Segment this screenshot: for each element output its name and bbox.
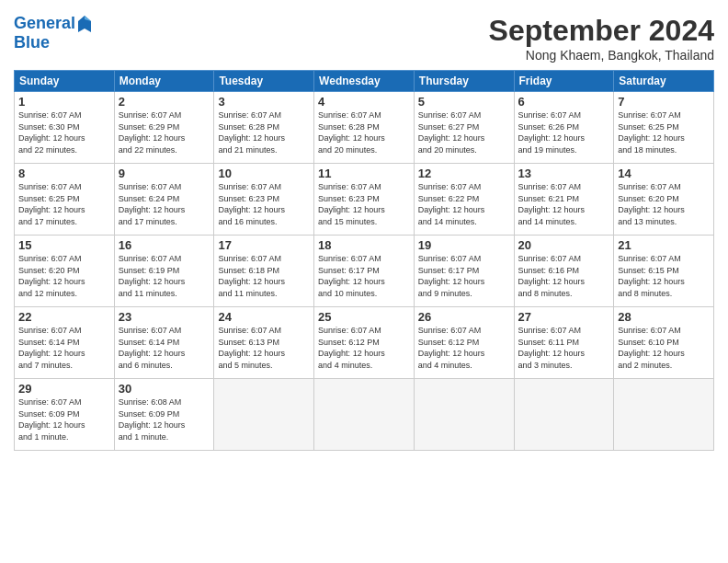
title-area: September 2024 Nong Khaem, Bangkok, Thai… (489, 14, 714, 63)
calendar-cell-12: 12Sunrise: 6:07 AMSunset: 6:22 PMDayligh… (414, 164, 514, 236)
calendar-cell-20: 20Sunrise: 6:07 AMSunset: 6:16 PMDayligh… (514, 236, 614, 307)
calendar-cell-3: 3Sunrise: 6:07 AMSunset: 6:28 PMDaylight… (214, 92, 314, 164)
logo-icon (76, 14, 93, 34)
day-info: Sunrise: 6:07 AMSunset: 6:27 PMDaylight:… (418, 109, 510, 155)
day-info: Sunrise: 6:07 AMSunset: 6:12 PMDaylight:… (318, 325, 410, 371)
calendar-cell-23: 23Sunrise: 6:07 AMSunset: 6:14 PMDayligh… (114, 307, 214, 379)
logo-text: General (14, 15, 75, 33)
day-info: Sunrise: 6:08 AMSunset: 6:09 PMDaylight:… (119, 396, 210, 442)
day-number: 30 (119, 382, 210, 396)
calendar-cell-17: 17Sunrise: 6:07 AMSunset: 6:18 PMDayligh… (214, 236, 314, 307)
calendar-cell-18: 18Sunrise: 6:07 AMSunset: 6:17 PMDayligh… (314, 236, 415, 307)
calendar-cell-7: 7Sunrise: 6:07 AMSunset: 6:25 PMDaylight… (614, 92, 714, 164)
calendar-cell-empty (214, 379, 314, 451)
main-container: General Blue September 2024 Nong Khaem, … (0, 0, 728, 460)
day-number: 17 (218, 238, 310, 252)
day-info: Sunrise: 6:07 AMSunset: 6:28 PMDaylight:… (318, 109, 410, 155)
calendar-cell-empty (614, 379, 714, 451)
calendar-week-2: 8Sunrise: 6:07 AMSunset: 6:25 PMDaylight… (15, 164, 714, 236)
day-info: Sunrise: 6:07 AMSunset: 6:19 PMDaylight:… (119, 253, 210, 299)
calendar-cell-11: 11Sunrise: 6:07 AMSunset: 6:23 PMDayligh… (314, 164, 415, 236)
day-number: 3 (218, 95, 310, 109)
day-number: 28 (618, 310, 710, 324)
calendar-cell-21: 21Sunrise: 6:07 AMSunset: 6:15 PMDayligh… (614, 236, 714, 307)
location: Nong Khaem, Bangkok, Thailand (489, 48, 714, 63)
calendar-cell-27: 27Sunrise: 6:07 AMSunset: 6:11 PMDayligh… (514, 307, 614, 379)
day-info: Sunrise: 6:07 AMSunset: 6:12 PMDaylight:… (418, 325, 510, 371)
header: General Blue September 2024 Nong Khaem, … (14, 14, 714, 63)
calendar-week-1: 1Sunrise: 6:07 AMSunset: 6:30 PMDaylight… (15, 92, 714, 164)
calendar-cell-10: 10Sunrise: 6:07 AMSunset: 6:23 PMDayligh… (214, 164, 314, 236)
calendar-cell-25: 25Sunrise: 6:07 AMSunset: 6:12 PMDayligh… (314, 307, 415, 379)
calendar-week-5: 29Sunrise: 6:07 AMSunset: 6:09 PMDayligh… (15, 379, 714, 451)
calendar-cell-2: 2Sunrise: 6:07 AMSunset: 6:29 PMDaylight… (114, 92, 214, 164)
calendar-week-4: 22Sunrise: 6:07 AMSunset: 6:14 PMDayligh… (15, 307, 714, 379)
calendar-cell-19: 19Sunrise: 6:07 AMSunset: 6:17 PMDayligh… (414, 236, 514, 307)
day-info: Sunrise: 6:07 AMSunset: 6:15 PMDaylight:… (618, 253, 710, 299)
day-info: Sunrise: 6:07 AMSunset: 6:24 PMDaylight:… (119, 181, 210, 227)
day-number: 22 (18, 310, 110, 324)
calendar-cell-15: 15Sunrise: 6:07 AMSunset: 6:20 PMDayligh… (15, 236, 115, 307)
day-info: Sunrise: 6:07 AMSunset: 6:22 PMDaylight:… (418, 181, 510, 227)
calendar-cell-1: 1Sunrise: 6:07 AMSunset: 6:30 PMDaylight… (15, 92, 115, 164)
calendar-cell-empty (414, 379, 514, 451)
day-info: Sunrise: 6:07 AMSunset: 6:16 PMDaylight:… (518, 253, 610, 299)
day-number: 16 (119, 238, 210, 252)
day-number: 6 (518, 95, 610, 109)
calendar-body: 1Sunrise: 6:07 AMSunset: 6:30 PMDaylight… (15, 92, 714, 451)
day-number: 11 (318, 167, 410, 180)
day-number: 18 (318, 238, 410, 252)
calendar-cell-empty (514, 379, 614, 451)
calendar-table: SundayMondayTuesdayWednesdayThursdayFrid… (14, 70, 714, 451)
day-number: 1 (18, 95, 110, 109)
header-cell-friday: Friday (514, 71, 614, 92)
day-number: 26 (418, 310, 510, 324)
day-info: Sunrise: 6:07 AMSunset: 6:30 PMDaylight:… (18, 109, 110, 155)
day-number: 20 (518, 238, 610, 252)
logo-blue: Blue (14, 34, 93, 52)
day-info: Sunrise: 6:07 AMSunset: 6:14 PMDaylight:… (119, 325, 210, 371)
calendar-cell-30: 30Sunrise: 6:08 AMSunset: 6:09 PMDayligh… (114, 379, 214, 451)
header-cell-thursday: Thursday (414, 71, 514, 92)
day-number: 15 (18, 238, 110, 252)
day-number: 10 (218, 167, 310, 180)
calendar-cell-empty (314, 379, 415, 451)
day-number: 2 (119, 95, 210, 109)
header-cell-monday: Monday (114, 71, 214, 92)
calendar-cell-16: 16Sunrise: 6:07 AMSunset: 6:19 PMDayligh… (114, 236, 214, 307)
calendar-cell-13: 13Sunrise: 6:07 AMSunset: 6:21 PMDayligh… (514, 164, 614, 236)
day-info: Sunrise: 6:07 AMSunset: 6:25 PMDaylight:… (18, 181, 110, 227)
day-number: 4 (318, 95, 410, 109)
day-info: Sunrise: 6:07 AMSunset: 6:17 PMDaylight:… (418, 253, 510, 299)
calendar-cell-6: 6Sunrise: 6:07 AMSunset: 6:26 PMDaylight… (514, 92, 614, 164)
day-number: 27 (518, 310, 610, 324)
day-info: Sunrise: 6:07 AMSunset: 6:09 PMDaylight:… (18, 396, 110, 442)
calendar-cell-9: 9Sunrise: 6:07 AMSunset: 6:24 PMDaylight… (114, 164, 214, 236)
day-number: 19 (418, 238, 510, 252)
day-info: Sunrise: 6:07 AMSunset: 6:23 PMDaylight:… (318, 181, 410, 227)
day-info: Sunrise: 6:07 AMSunset: 6:26 PMDaylight:… (518, 109, 610, 155)
calendar-cell-26: 26Sunrise: 6:07 AMSunset: 6:12 PMDayligh… (414, 307, 514, 379)
month-title: September 2024 (489, 14, 714, 48)
day-info: Sunrise: 6:07 AMSunset: 6:23 PMDaylight:… (218, 181, 310, 227)
day-number: 14 (618, 167, 710, 180)
day-number: 24 (218, 310, 310, 324)
day-number: 21 (618, 238, 710, 252)
day-number: 12 (418, 167, 510, 180)
calendar-cell-22: 22Sunrise: 6:07 AMSunset: 6:14 PMDayligh… (15, 307, 115, 379)
calendar-cell-5: 5Sunrise: 6:07 AMSunset: 6:27 PMDaylight… (414, 92, 514, 164)
day-number: 9 (119, 167, 210, 180)
calendar-cell-8: 8Sunrise: 6:07 AMSunset: 6:25 PMDaylight… (15, 164, 115, 236)
day-info: Sunrise: 6:07 AMSunset: 6:20 PMDaylight:… (18, 253, 110, 299)
header-cell-wednesday: Wednesday (314, 71, 415, 92)
day-info: Sunrise: 6:07 AMSunset: 6:17 PMDaylight:… (318, 253, 410, 299)
calendar-week-3: 15Sunrise: 6:07 AMSunset: 6:20 PMDayligh… (15, 236, 714, 307)
day-number: 8 (18, 167, 110, 180)
day-number: 13 (518, 167, 610, 180)
day-info: Sunrise: 6:07 AMSunset: 6:21 PMDaylight:… (518, 181, 610, 227)
day-number: 29 (18, 382, 110, 396)
day-info: Sunrise: 6:07 AMSunset: 6:29 PMDaylight:… (119, 109, 210, 155)
header-cell-tuesday: Tuesday (214, 71, 314, 92)
calendar-cell-14: 14Sunrise: 6:07 AMSunset: 6:20 PMDayligh… (614, 164, 714, 236)
day-info: Sunrise: 6:07 AMSunset: 6:18 PMDaylight:… (218, 253, 310, 299)
